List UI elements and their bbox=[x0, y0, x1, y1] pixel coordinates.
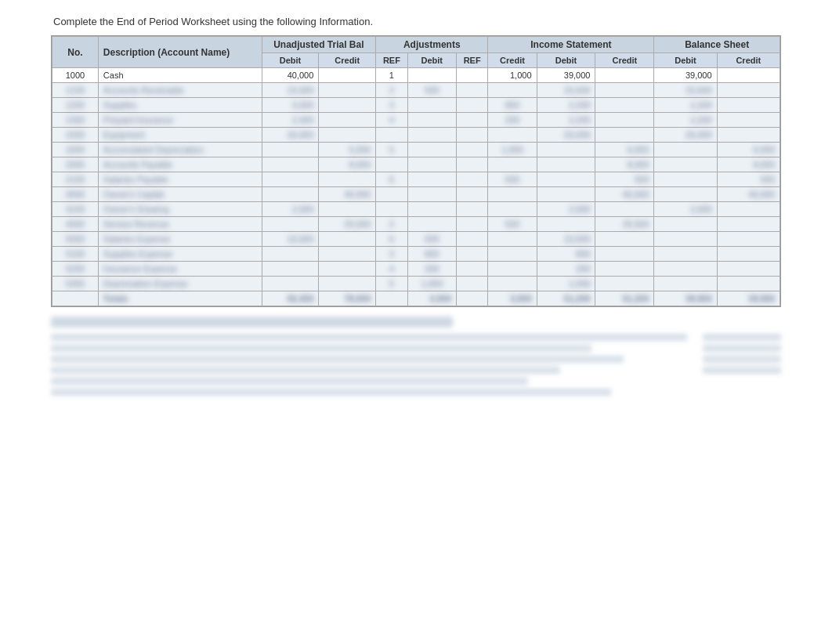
col-utb-debit: Debit bbox=[262, 53, 319, 68]
worksheet-table: No. Description (Account Name) Unadjuste… bbox=[52, 36, 780, 306]
footnote-value-line bbox=[703, 367, 781, 374]
table-row: 5300Depreciation Expense51,0001,000 bbox=[52, 277, 780, 291]
col-adj-credit: Credit bbox=[488, 53, 537, 68]
table-row-totals: Totals92,40078,0003,0003,00051,20051,200… bbox=[52, 291, 780, 306]
table-row: 5100Supplies Expense3800800 bbox=[52, 247, 780, 262]
cell-utb-credit bbox=[319, 68, 376, 83]
footnote-line bbox=[51, 389, 611, 396]
worksheet-area: No. Description (Account Name) Unadjuste… bbox=[51, 35, 781, 307]
cell-account-no: 1000 bbox=[52, 68, 99, 83]
table-row: 2100Salaries Payable6500500500 bbox=[52, 172, 780, 187]
footnote-title bbox=[51, 317, 453, 327]
footnote-line bbox=[51, 334, 687, 341]
table-row: 1500Equipment20,00020,00020,000 bbox=[52, 128, 780, 143]
cell-description: Cash bbox=[98, 68, 262, 83]
table-row: 4000Service Revenue25,000250025,500 bbox=[52, 217, 780, 232]
section-header-bs: Balance Sheet bbox=[654, 37, 780, 53]
cell-is-debit: 39,000 bbox=[537, 68, 595, 83]
table-row: 1300Prepaid Insurance2,40042002,2002,200 bbox=[52, 113, 780, 128]
cell-utb-debit: 40,000 bbox=[262, 68, 319, 83]
footnote-line bbox=[51, 378, 528, 385]
section-header-adj: Adjustments bbox=[376, 37, 488, 53]
section-header-utb: Unadjusted Trial Bal bbox=[262, 37, 376, 53]
col-header-account-no: No. bbox=[52, 37, 99, 68]
table-row-1000: 1000 Cash 40,000 1 1,000 39,000 39,000 bbox=[52, 68, 780, 83]
cell-bs-credit bbox=[717, 68, 780, 83]
table-row: 1200Supplies3,00038002,2002,200 bbox=[52, 98, 780, 113]
cell-is-credit bbox=[595, 68, 654, 83]
cell-adj-credit: 1,000 bbox=[488, 68, 537, 83]
instruction-text: Complete the End of Period Worksheet usi… bbox=[0, 0, 832, 35]
col-adj-debit: Debit bbox=[407, 53, 456, 68]
col-is-credit: Credit bbox=[595, 53, 654, 68]
table-row: 3100Owner's Drawing2,0002,0002,000 bbox=[52, 202, 780, 217]
worksheet-table-wrapper: No. Description (Account Name) Unadjuste… bbox=[51, 35, 781, 307]
col-header-description: Description (Account Name) bbox=[98, 37, 262, 68]
footnote-value-line bbox=[703, 345, 781, 352]
cell-adj-debit bbox=[407, 68, 456, 83]
col-adj-ref2: REF bbox=[456, 53, 488, 68]
footnote-values bbox=[703, 334, 781, 400]
footnote-line bbox=[51, 356, 624, 363]
table-row: 5000Salaries Expense10,000650010,500 bbox=[52, 232, 780, 247]
cell-bs-debit: 39,000 bbox=[654, 68, 717, 83]
footnote-list bbox=[51, 334, 687, 400]
footnote-value-line bbox=[703, 334, 781, 341]
footnote-line bbox=[51, 367, 560, 374]
col-is-debit: Debit bbox=[537, 53, 595, 68]
footnote-value-line bbox=[703, 356, 781, 363]
col-bs-debit: Debit bbox=[654, 53, 717, 68]
col-bs-credit: Credit bbox=[717, 53, 780, 68]
table-row: 1600Accumulated Depreciation5,00051,0006… bbox=[52, 143, 780, 157]
table-row: 2000Accounts Payable8,0008,0008,000 bbox=[52, 157, 780, 172]
footnote-line bbox=[51, 345, 591, 352]
col-adj-ref1: REF bbox=[376, 53, 408, 68]
footnote-content bbox=[51, 334, 781, 400]
table-row: 5200Insurance Expense4200200 bbox=[52, 262, 780, 277]
cell-adj-ref2 bbox=[456, 68, 488, 83]
section-header-is: Income Statement bbox=[488, 37, 654, 53]
table-row: 3000Owner's Capital40,00040,00040,000 bbox=[52, 187, 780, 202]
cell-adj-ref1: 1 bbox=[376, 68, 408, 83]
col-utb-credit: Credit bbox=[319, 53, 376, 68]
footnote-area bbox=[51, 317, 781, 400]
table-row: 1100Accounts Receivable15,000250015,5001… bbox=[52, 83, 780, 98]
